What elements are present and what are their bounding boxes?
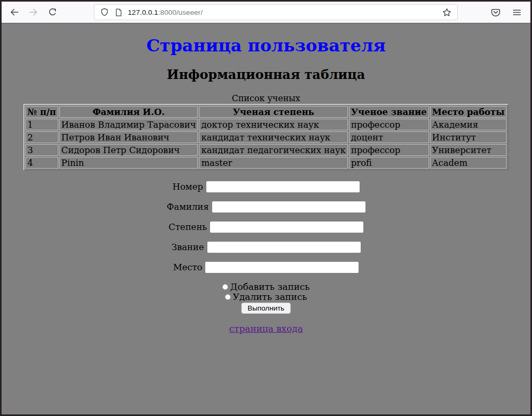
forward-arrow-icon [28, 7, 39, 17]
back-arrow-icon [9, 7, 20, 17]
form-row: Степень [2, 222, 530, 233]
page-title: Страница пользователя [2, 36, 530, 56]
forward-button[interactable] [25, 4, 42, 20]
table-caption: Список ученых [2, 93, 530, 103]
url-host: 127.0.0.1 [128, 8, 158, 16]
star-icon [442, 7, 452, 17]
scientists-table: № п/п Фамилия И.О. Ученая степень Ученое… [23, 104, 509, 171]
table-cell: Университет [430, 144, 507, 156]
button-row: Выполнить [2, 303, 530, 314]
table-row: 1 Иванов Владимир Тарасович доктор техни… [25, 119, 507, 130]
table-cell: 3 [25, 144, 58, 156]
back-button[interactable] [6, 4, 23, 20]
url-text: 127.0.0.1:8000/useeer/ [128, 8, 203, 16]
table-cell: 2 [25, 131, 58, 143]
browser-window: 127.0.0.1:8000/useeer/ Страница пользова… [0, 0, 532, 416]
radio-add-record[interactable] [222, 284, 228, 290]
column-header-degree: Ученая степень [199, 106, 347, 118]
table-cell: 4 [25, 157, 58, 169]
page-icon[interactable] [114, 8, 123, 17]
table-cell: Academ [430, 157, 507, 169]
browser-toolbar: 127.0.0.1:8000/useeer/ [2, 2, 530, 23]
degree-label: Степень [169, 222, 207, 232]
execute-button[interactable]: Выполнить [241, 303, 291, 314]
title-field[interactable] [207, 242, 361, 253]
column-header-surname: Фамилия И.О. [59, 106, 198, 118]
page-viewport: Страница пользователя Информационная таб… [2, 23, 530, 414]
table-cell: Институт [430, 131, 507, 143]
form-row: Фамилия [2, 201, 530, 213]
table-cell: Иванов Владимир Тарасович [59, 119, 198, 130]
table-cell: profi [349, 157, 429, 169]
reload-button[interactable] [44, 4, 61, 20]
table-cell: Сидоров Петр Сидорович [59, 144, 198, 156]
pocket-icon[interactable] [490, 7, 501, 18]
place-field[interactable] [205, 262, 359, 273]
place-label: Место [173, 262, 203, 272]
form-row: Место [2, 262, 530, 273]
number-field[interactable] [206, 181, 360, 192]
toolbar-right-icons [490, 7, 526, 18]
link-row: страница входа [2, 323, 530, 334]
shield-icon[interactable] [100, 7, 109, 17]
table-cell: кандидат педагогических наук [199, 144, 347, 156]
table-cell: Академия [430, 119, 507, 130]
table-row: 2 Петров Иван Иванович кандидат техничес… [25, 131, 507, 143]
radio-delete-record[interactable] [225, 294, 231, 300]
bookmark-button[interactable] [442, 7, 452, 17]
title-label: Звание [171, 242, 204, 252]
form-row: Звание [2, 242, 530, 253]
table-row: 3 Сидоров Петр Сидорович кандидат педаго… [25, 144, 507, 156]
url-bar[interactable]: 127.0.0.1:8000/useeer/ [94, 4, 458, 20]
table-cell: доктор технических наук [199, 119, 347, 130]
surname-field[interactable] [212, 201, 365, 213]
table-cell: 1 [25, 119, 58, 130]
column-header-title: Ученое звание [349, 106, 429, 118]
record-form: Номер Фамилия Степень Звание Место [2, 181, 530, 314]
form-row: Номер [2, 181, 530, 192]
column-header-workplace: Место работы [430, 106, 507, 118]
surname-label: Фамилия [167, 202, 208, 212]
table-cell: профессор [349, 144, 429, 156]
radio-delete-label: Удалить запись [233, 292, 307, 302]
table-cell: кандидат технических наук [199, 131, 347, 143]
table-cell: master [199, 157, 347, 169]
table-cell: доцент [349, 131, 429, 143]
table-cell: Pinin [59, 157, 198, 169]
table-cell: Петров Иван Иванович [59, 131, 198, 143]
table-cell: профессор [349, 119, 429, 130]
radio-add-label: Добавить запись [230, 282, 310, 292]
column-header-number: № п/п [25, 106, 58, 118]
radio-row-delete: Удалить запись [2, 292, 530, 302]
url-path: :8000/useeer/ [158, 8, 203, 16]
menu-icon[interactable] [512, 7, 522, 17]
radio-row-add: Добавить запись [2, 282, 530, 292]
reload-icon [47, 7, 58, 17]
login-page-link[interactable]: страница входа [229, 323, 303, 334]
table-row: 4 Pinin master profi Academ [25, 157, 507, 169]
page-subtitle: Информационная таблица [2, 67, 530, 82]
number-label: Номер [172, 182, 203, 192]
degree-field[interactable] [210, 222, 363, 233]
header-row: № п/п Фамилия И.О. Ученая степень Ученое… [25, 106, 507, 118]
